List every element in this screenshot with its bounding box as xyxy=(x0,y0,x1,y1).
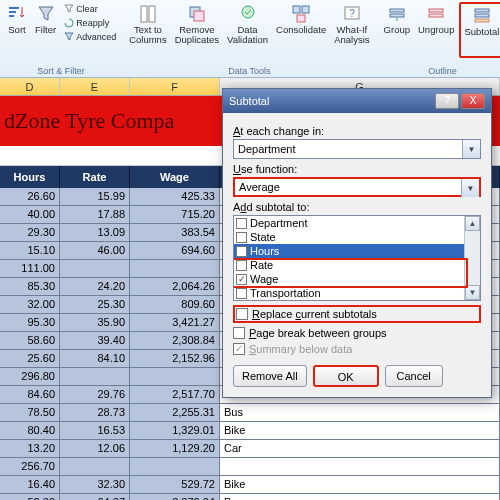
svg-rect-2 xyxy=(9,15,14,17)
svg-rect-16 xyxy=(429,14,443,17)
header-hours: Hours xyxy=(0,166,60,188)
header-wage: Wage xyxy=(130,166,220,188)
help-window-button[interactable]: ? xyxy=(435,93,459,109)
table-row[interactable]: 256.70 xyxy=(0,458,500,476)
data-tools-group-label: Data Tools xyxy=(228,64,270,76)
svg-rect-1 xyxy=(9,11,16,13)
table-row[interactable]: 16.4032.30529.72Bike xyxy=(0,476,500,494)
chevron-down-icon[interactable]: ▼ xyxy=(462,140,480,158)
header-rate: Rate xyxy=(60,166,130,188)
list-item[interactable]: Hours xyxy=(234,244,480,258)
table-row[interactable]: 78.5028.732,255.31Bus xyxy=(0,404,500,422)
at-each-change-combo[interactable]: Department▼ xyxy=(233,139,481,159)
use-function-label: Use function: xyxy=(233,163,481,175)
ok-button[interactable]: OK xyxy=(313,365,379,387)
chevron-down-icon[interactable]: ▼ xyxy=(461,179,479,197)
table-row[interactable]: 52.3064.373,370.04Bus xyxy=(0,494,500,500)
ribbon-group-outline: Group Ungroup Subtotal Outline xyxy=(377,0,500,77)
svg-rect-14 xyxy=(390,14,404,17)
svg-text:?: ? xyxy=(349,8,355,19)
ribbon: Sort Filter Clear Reapply Advanced Sort … xyxy=(0,0,500,78)
what-if-button[interactable]: ?What-If Analysis xyxy=(331,2,372,58)
remove-all-button[interactable]: Remove All xyxy=(233,365,307,387)
svg-rect-8 xyxy=(293,6,300,13)
reapply-button[interactable]: Reapply xyxy=(61,16,118,30)
list-item[interactable]: ✓Wage xyxy=(234,272,480,286)
filter-button[interactable]: Filter xyxy=(32,2,59,58)
svg-rect-13 xyxy=(390,9,404,12)
svg-rect-19 xyxy=(475,19,489,22)
col-header-f[interactable]: F xyxy=(130,78,220,95)
remove-duplicates-button[interactable]: Remove Duplicates xyxy=(172,2,222,58)
replace-subtotals-checkbox[interactable]: Replace current subtotals xyxy=(233,305,481,323)
data-validation-button[interactable]: Data Validation xyxy=(224,2,271,58)
use-function-combo[interactable]: Average▼ xyxy=(233,177,481,197)
filter-label: Filter xyxy=(35,25,56,35)
at-each-change-label: AAt each change in:t each change in: xyxy=(233,125,481,137)
sort-button[interactable]: Sort xyxy=(4,2,30,58)
svg-rect-10 xyxy=(297,15,305,22)
scroll-up-icon[interactable]: ▲ xyxy=(465,216,480,231)
table-row[interactable]: 13.2012.061,129.20Car xyxy=(0,440,500,458)
list-item[interactable]: Rate xyxy=(234,258,480,272)
ungroup-button[interactable]: Ungroup xyxy=(415,2,457,58)
col-header-d[interactable]: D xyxy=(0,78,60,95)
close-window-button[interactable]: X xyxy=(461,93,485,109)
ribbon-group-sort-filter: Sort Filter Clear Reapply Advanced Sort … xyxy=(0,0,122,77)
scroll-down-icon[interactable]: ▼ xyxy=(465,285,480,300)
dialog-title: Subtotal xyxy=(229,95,433,107)
dialog-titlebar[interactable]: Subtotal ? X xyxy=(223,89,491,113)
add-subtotal-listbox[interactable]: DepartmentStateHoursRate✓WageTransportat… xyxy=(233,215,481,301)
page-break-checkbox[interactable]: Page break between groups xyxy=(233,327,481,339)
subtotal-button[interactable]: Subtotal xyxy=(459,2,500,58)
svg-rect-9 xyxy=(302,6,309,13)
svg-rect-15 xyxy=(429,9,443,12)
svg-rect-18 xyxy=(475,14,489,17)
sort-filter-group-label: Sort & Filter xyxy=(37,64,85,76)
svg-point-7 xyxy=(242,6,254,18)
scrollbar[interactable]: ▲▼ xyxy=(464,216,480,300)
outline-group-label: Outline xyxy=(428,64,457,76)
summary-below-checkbox[interactable]: ✓Summary below data xyxy=(233,343,481,355)
cancel-button[interactable]: Cancel xyxy=(385,365,443,387)
svg-rect-6 xyxy=(194,11,204,21)
list-item[interactable]: State xyxy=(234,230,480,244)
advanced-button[interactable]: Advanced xyxy=(61,30,118,44)
list-item[interactable]: Transportation xyxy=(234,286,480,300)
svg-rect-17 xyxy=(475,9,489,12)
consolidate-button[interactable]: Consolidate xyxy=(273,2,329,58)
sort-label: Sort xyxy=(8,25,25,35)
svg-rect-0 xyxy=(9,7,19,9)
add-subtotal-to-label: Add subtotal to: xyxy=(233,201,481,213)
subtotal-dialog: Subtotal ? X AAt each change in:t each c… xyxy=(222,88,492,398)
col-header-e[interactable]: E xyxy=(60,78,130,95)
group-button[interactable]: Group xyxy=(381,2,413,58)
svg-rect-3 xyxy=(141,6,147,22)
svg-rect-4 xyxy=(149,6,155,22)
text-to-columns-button[interactable]: Text to Columns xyxy=(126,2,170,58)
clear-button[interactable]: Clear xyxy=(61,2,118,16)
list-item[interactable]: Department xyxy=(234,216,480,230)
table-row[interactable]: 80.4016.531,329.01Bike xyxy=(0,422,500,440)
ribbon-group-data-tools: Text to Columns Remove Duplicates Data V… xyxy=(122,0,376,77)
